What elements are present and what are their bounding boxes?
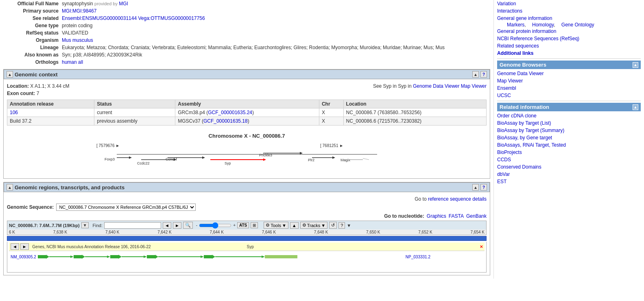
viewer-tools-btn[interactable]: ⚙ Tools ▼ xyxy=(264,222,288,229)
general-gene-info-link[interactable]: General gene information xyxy=(497,15,641,22)
gene-name-text: synaptophysin xyxy=(62,1,93,6)
tick-1: 6 K xyxy=(9,230,15,234)
genomic-regions-expand-btn[interactable]: ▲ xyxy=(472,184,479,191)
viewer-back-btn[interactable]: ◄ xyxy=(163,222,171,229)
gene-type-value: protein coding xyxy=(60,22,490,29)
sidebar-map-viewer-link[interactable]: Map Viewer xyxy=(497,77,641,84)
svg-marker-26 xyxy=(70,256,74,258)
viewer-forward-btn[interactable]: ► xyxy=(173,222,181,229)
gcf-link-2[interactable]: GCF_000001635.18 xyxy=(203,118,248,124)
ncbi-refseq-link[interactable]: NCBI Reference Sequences (RefSeq) xyxy=(497,35,641,42)
viewer-find-input[interactable] xyxy=(104,222,161,229)
order-cdna-link[interactable]: Order cDNA clone xyxy=(497,112,641,119)
genomic-regions-header-right: ▲ ? xyxy=(472,184,487,191)
variation-link[interactable]: Variation xyxy=(497,0,641,7)
see-related-label: See related xyxy=(3,15,60,22)
primary-source-link[interactable]: MGI:MGI:98467 xyxy=(62,8,96,14)
lineage-value: Eukaryota; Metazoa; Chordata; Craniata; … xyxy=(60,44,490,51)
orthologs-row: Orthologs human all xyxy=(3,58,490,66)
bioprojects-link[interactable]: BioProjects xyxy=(497,149,641,156)
viewer-search-btn[interactable]: 🔍 xyxy=(183,222,193,229)
markers-link[interactable]: Markers xyxy=(507,22,524,28)
bioassay-target-summary-link[interactable]: BioAssay by Target (Summary) xyxy=(497,127,641,134)
viewer-refresh-btn[interactable]: ↺ xyxy=(329,222,337,229)
homology-link[interactable]: Homology xyxy=(532,22,554,28)
genome-data-viewer-link[interactable]: Genome Data Viewer xyxy=(413,83,460,89)
location-cell: NC_000086.7 (7638580..7653256) xyxy=(343,108,486,117)
svg-text:Magix: Magix xyxy=(341,158,351,162)
viewer-help-btn[interactable]: ? xyxy=(338,222,345,229)
viewer-ats-btn[interactable]: ATS xyxy=(237,222,249,228)
related-sequences-link[interactable]: Related sequences xyxy=(497,42,641,50)
vega-link[interactable]: Vega:OTTMUSG00000017756 xyxy=(138,15,205,21)
gcf-link-1[interactable]: GCF_000001635.24 xyxy=(208,110,252,115)
lineage-label: Lineage xyxy=(3,44,60,51)
interactions-link[interactable]: Interactions xyxy=(497,7,641,15)
see-related-value: Ensembl:ENSMUSG00000031144 Vega:OTTMUSG0… xyxy=(60,15,490,22)
genbank-link[interactable]: GenBank xyxy=(466,213,487,219)
col-assembly: Assembly xyxy=(175,100,319,108)
viewer-arrow-up-btn[interactable]: ▲ xyxy=(290,222,299,229)
genomic-regions-help-btn[interactable]: ? xyxy=(480,184,487,191)
viewer-tracks-btn[interactable]: ⚙ Tracks ▼ xyxy=(300,222,327,229)
pos-right-label: [ 7681251 ► xyxy=(320,143,343,148)
genome-browsers-collapse-btn[interactable]: ▲ xyxy=(633,62,638,68)
genomic-context-header-left: ▲ Genomic context xyxy=(7,71,57,78)
refseq-status-label: RefSeq status xyxy=(3,29,60,37)
svg-marker-38 xyxy=(201,256,204,258)
ref-seq-details-link[interactable]: reference sequence details xyxy=(428,196,487,202)
gene-track-label: Genes, NCBI Mus musculus Annotation Rele… xyxy=(32,245,151,249)
svg-line-21 xyxy=(363,158,369,160)
est-link[interactable]: EST xyxy=(497,178,641,185)
svg-marker-12 xyxy=(263,158,266,161)
ensembl-link[interactable]: Ensembl:ENSMUSG00000031144 xyxy=(62,15,137,21)
chromosome-bar xyxy=(7,236,487,241)
general-protein-info-link[interactable]: General protein information xyxy=(497,28,641,35)
gene-track-prev-btn[interactable]: ◄ xyxy=(11,243,19,250)
bioassay-target-list-link[interactable]: BioAssay by Target (List) xyxy=(497,119,641,127)
organism-link[interactable]: Mus musculus xyxy=(62,37,93,43)
additional-links-link[interactable]: Additional links xyxy=(497,50,641,57)
map-viewer-link[interactable]: Map Viewer xyxy=(461,83,487,89)
graphics-link[interactable]: Graphics xyxy=(427,213,446,219)
general-gene-info-sublinks: Markers, Homology, Gene Ontology xyxy=(502,22,641,28)
go-to-ref-line: Go to reference sequence details xyxy=(7,196,487,202)
svg-rect-39 xyxy=(204,255,212,258)
annotation-release-cell: 106 xyxy=(7,108,94,117)
genomic-context-expand-btn[interactable]: ▲ xyxy=(472,71,479,78)
genomic-context-header[interactable]: ▲ Genomic context ▲ ? xyxy=(4,69,490,79)
chr-cell-2: X xyxy=(319,117,343,126)
gene-track-next-btn[interactable]: ► xyxy=(20,243,29,250)
genomic-regions-collapse-btn[interactable]: ▲ xyxy=(7,184,13,191)
sidebar-ucsc-link[interactable]: UCSC xyxy=(497,92,641,99)
orthologs-label: Orthologs xyxy=(3,58,60,66)
ccds-link[interactable]: CCDS xyxy=(497,156,641,163)
viewer-grid-btn[interactable]: ⊞ xyxy=(251,222,258,228)
genomic-seq-line: Genomic Sequence: NC_000086.7 Chromosome… xyxy=(7,204,487,211)
orthologs-human-link[interactable]: human xyxy=(62,59,77,65)
genomic-context-help-btn[interactable]: ? xyxy=(480,71,487,78)
location-cell-2: NC_000086.6 (7215706..7230382) xyxy=(343,117,486,126)
genomic-regions-header[interactable]: ▲ Genomic regions, transcripts, and prod… xyxy=(4,182,490,192)
nm-link[interactable]: NM_009305.2 xyxy=(11,255,36,259)
conserved-domains-link[interactable]: Conserved Domains xyxy=(497,163,641,171)
np-link[interactable]: NP_033331.2 xyxy=(406,255,430,259)
mgi-link[interactable]: MGI xyxy=(119,1,128,6)
viewer-dropdown-arrow[interactable]: ▼ xyxy=(81,222,89,228)
genomic-context-collapse-btn[interactable]: ▲ xyxy=(7,71,13,78)
exon-count-value: 7 xyxy=(37,91,39,96)
fasta-link[interactable]: FASTA xyxy=(449,213,464,219)
sidebar-genome-data-viewer-link[interactable]: Genome Data Viewer xyxy=(497,70,641,77)
sidebar-ensembl-link[interactable]: Ensembl xyxy=(497,84,641,92)
dbvar-link[interactable]: dbVar xyxy=(497,171,641,178)
seq-select[interactable]: NC_000086.7 Chromosome X Reference GRCm3… xyxy=(56,204,196,211)
bioassay-gene-target-link[interactable]: BioAssay, by Gene target xyxy=(497,134,641,141)
related-info-collapse-btn[interactable]: ▲ xyxy=(633,104,638,110)
annotation-release-link[interactable]: 106 xyxy=(10,110,18,115)
orthologs-all-link[interactable]: all xyxy=(78,59,83,65)
bioassays-rnai-link[interactable]: BioAssays, RNAi Target, Tested xyxy=(497,141,641,149)
exon-line: Exon count: 7 xyxy=(7,91,487,96)
gene-ontology-link[interactable]: Gene Ontology xyxy=(561,22,594,28)
viewer-zoom-slider[interactable] xyxy=(199,222,231,229)
gene-track-close-btn[interactable]: ✕ xyxy=(480,245,483,249)
